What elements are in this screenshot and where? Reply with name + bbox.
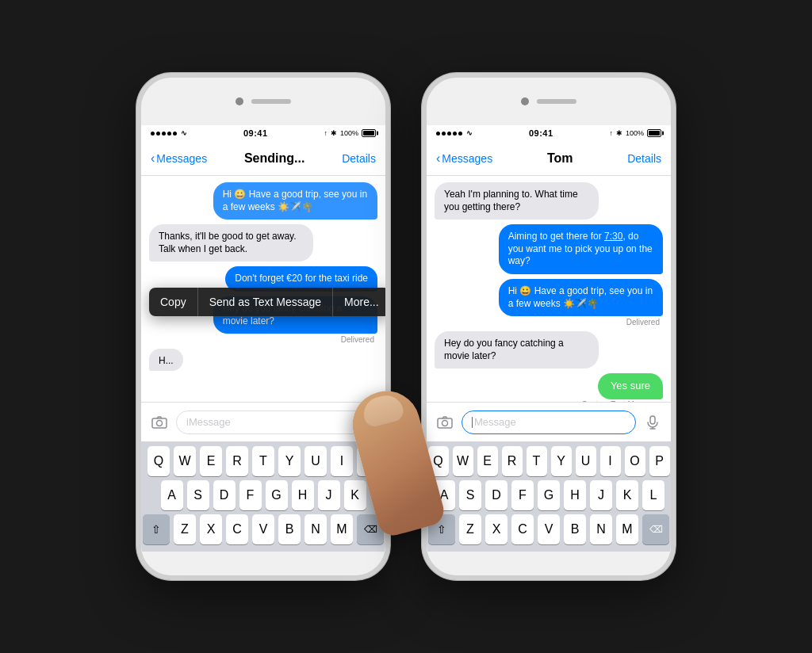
key-k[interactable]: K	[344, 480, 366, 510]
p2-key-d[interactable]: D	[485, 480, 508, 510]
p2-message-row-5: Yes sure Sent as Text Message	[435, 373, 663, 402]
status-time-1: 09:41	[243, 128, 268, 138]
signal-2	[436, 132, 462, 136]
key-r[interactable]: R	[226, 446, 248, 476]
message-row-1: Hi 😀 Have a good trip, see you in a few …	[149, 182, 377, 220]
shift-key-1[interactable]: ⇧	[143, 514, 170, 544]
mic-button-2[interactable]	[641, 411, 665, 434]
p2-key-w[interactable]: W	[453, 446, 473, 476]
p2-message-received-2[interactable]: Hey do you fancy catching a movie later?	[435, 331, 599, 369]
p2-key-f[interactable]: F	[511, 480, 534, 510]
keyboard-1: Q W E R T Y U I O A S D F G H J	[141, 441, 385, 552]
imessage-input-1[interactable]: iMessage	[176, 411, 379, 434]
battery-fill-1	[363, 131, 374, 136]
p2-key-a[interactable]: A	[433, 480, 455, 510]
back-button-1[interactable]: ‹ Messages	[151, 151, 207, 166]
p2-key-z[interactable]: Z	[459, 514, 481, 544]
p2-key-u[interactable]: U	[576, 446, 596, 476]
status-bar-1: ∿ 09:41 ↑ ✱ 100%	[141, 125, 385, 141]
message-input-2[interactable]: Message	[462, 411, 636, 434]
nav-detail-1[interactable]: Details	[342, 152, 376, 165]
key-i[interactable]: I	[331, 446, 353, 476]
key-f[interactable]: F	[239, 480, 262, 510]
p2-key-l[interactable]: L	[642, 480, 665, 510]
key-a[interactable]: A	[161, 480, 183, 510]
message-bubble-sent-1[interactable]: Hi 😀 Have a good trip, see you in a few …	[213, 182, 377, 220]
p2-key-n[interactable]: N	[590, 514, 612, 544]
status-time-2: 09:41	[529, 128, 553, 138]
p2-message-sent-green[interactable]: Yes sure	[598, 373, 663, 399]
p2-key-c[interactable]: C	[511, 514, 534, 544]
keyboard-2: Q W E R T Y U I O P A S D F G H	[427, 441, 671, 552]
key-j[interactable]: J	[318, 480, 340, 510]
copy-button[interactable]: Copy	[149, 288, 198, 316]
back-button-2[interactable]: ‹ Messages	[436, 151, 492, 166]
more-button[interactable]: More...	[333, 288, 385, 316]
key-m[interactable]: M	[331, 514, 353, 544]
p2-key-t[interactable]: T	[527, 446, 547, 476]
key-s[interactable]: S	[187, 480, 209, 510]
key-u[interactable]: U	[304, 446, 327, 476]
back-chevron-2: ‹	[436, 151, 440, 166]
p2-key-b[interactable]: B	[564, 514, 586, 544]
p2-key-j[interactable]: J	[590, 480, 612, 510]
key-e[interactable]: E	[200, 446, 222, 476]
p2-key-s[interactable]: S	[459, 480, 481, 510]
phone-1-screen: ∿ 09:41 ↑ ✱ 100% ‹ Messages Send	[141, 125, 385, 552]
key-y[interactable]: Y	[278, 446, 301, 476]
p2-message-sent-1[interactable]: Aiming to get there for 7:30, do you wan…	[499, 224, 663, 274]
p2-delete-key[interactable]: ⌫	[642, 514, 669, 544]
p2-key-k[interactable]: K	[616, 480, 638, 510]
p2-key-y[interactable]: Y	[551, 446, 572, 476]
p2-key-p[interactable]: P	[649, 446, 670, 476]
p2-message-received-1[interactable]: Yeah I'm planning to. What time you gett…	[435, 182, 599, 220]
svg-rect-4	[650, 416, 655, 424]
p2-key-o[interactable]: O	[625, 446, 645, 476]
p2-key-r[interactable]: R	[502, 446, 523, 476]
key-h[interactable]: H	[292, 480, 314, 510]
cursor-2	[472, 417, 473, 428]
p2-key-g[interactable]: G	[538, 480, 560, 510]
message-row-5: H...	[149, 349, 377, 371]
key-b[interactable]: B	[278, 514, 301, 544]
input-area-2: Message	[427, 402, 671, 441]
key-o[interactable]: O	[357, 446, 379, 476]
p2-key-v[interactable]: V	[538, 514, 560, 544]
key-v[interactable]: V	[252, 514, 274, 544]
message-bubble-received-2[interactable]: H...	[149, 349, 183, 371]
p2-shift-key[interactable]: ⇧	[428, 514, 455, 544]
p2-key-m[interactable]: M	[616, 514, 638, 544]
p2-message-sent-2[interactable]: Hi 😀 Have a good trip, see you in a few …	[499, 279, 663, 316]
delete-key-1[interactable]: ⌫	[357, 514, 384, 544]
p2-delivered-status: Delivered	[435, 318, 663, 326]
camera-button-1[interactable]	[147, 411, 171, 434]
key-z[interactable]: Z	[174, 514, 196, 544]
nav-detail-2[interactable]: Details	[627, 152, 661, 165]
p2-key-x[interactable]: X	[485, 514, 508, 544]
location-icon-2: ↑	[609, 129, 613, 137]
key-q[interactable]: Q	[147, 446, 170, 476]
p2-keyboard-row-1: Q W E R T Y U I O P	[428, 446, 669, 476]
send-as-text-button[interactable]: Send as Text Message	[198, 288, 333, 316]
message-placeholder-2: Message	[474, 416, 516, 428]
message-bubble-received-1[interactable]: Thanks, it'll be good to get away. Talk …	[149, 224, 313, 262]
key-c[interactable]: C	[226, 514, 248, 544]
p2-key-q[interactable]: Q	[428, 446, 449, 476]
key-n[interactable]: N	[304, 514, 327, 544]
time-underline: 7:30	[604, 231, 622, 242]
camera-button-2[interactable]	[433, 411, 457, 434]
key-t[interactable]: T	[252, 446, 274, 476]
phone-1-top	[141, 78, 385, 125]
p2-key-h[interactable]: H	[564, 480, 586, 510]
p2-message-row-1: Yeah I'm planning to. What time you gett…	[435, 182, 663, 220]
key-x[interactable]: X	[200, 514, 222, 544]
back-chevron-1: ‹	[151, 151, 155, 166]
p2-key-e[interactable]: E	[477, 446, 498, 476]
key-w[interactable]: W	[174, 446, 196, 476]
key-d[interactable]: D	[213, 480, 236, 510]
p2-key-i[interactable]: I	[600, 446, 621, 476]
bluetooth-icon-1: ✱	[331, 129, 337, 137]
key-g[interactable]: G	[266, 480, 288, 510]
wifi-icon-2: ∿	[466, 129, 473, 137]
back-label-2: Messages	[442, 152, 492, 165]
